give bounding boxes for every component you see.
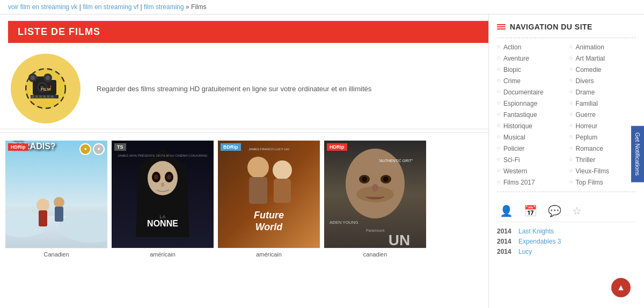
svg-rect-17 xyxy=(51,96,54,98)
nav-cat-scifi[interactable]: Sci-Fi xyxy=(497,155,564,165)
nav-cat-aventure[interactable]: Aventure xyxy=(497,54,564,63)
nav-cat-comedie[interactable]: Comedie xyxy=(569,65,636,75)
year-3: 2014 xyxy=(497,248,514,255)
nav-cat-documentaire[interactable]: Documentaire xyxy=(497,87,564,97)
nav-cat-biopic[interactable]: Biopic xyxy=(497,65,564,75)
recent-film-2: 2014 Expendables 3 xyxy=(497,238,636,245)
svg-point-54 xyxy=(372,184,378,192)
divider xyxy=(0,132,488,133)
svg-rect-43 xyxy=(274,179,291,203)
nav-cat-films2017[interactable]: Films 2017 xyxy=(497,178,564,187)
movie-label-future: américain xyxy=(218,248,320,259)
svg-text:ADEN YOUNG: ADEN YOUNG xyxy=(330,220,358,225)
svg-text:"AUTHENTIC GRIT": "AUTHENTIC GRIT" xyxy=(378,159,413,163)
svg-text:FILM: FILM xyxy=(41,87,51,92)
nav-cat-drame[interactable]: Drame xyxy=(569,87,636,97)
svg-rect-25 xyxy=(39,210,47,226)
svg-rect-6 xyxy=(36,77,45,81)
nav-cat-topfilms[interactable]: Top Films xyxy=(569,178,636,187)
nav-cat-guerre[interactable]: Guerre xyxy=(569,110,636,120)
badge-hdrip-2: HDRip xyxy=(327,143,347,151)
svg-text:World: World xyxy=(255,222,283,232)
nav-cat-espionnage[interactable]: Espionnage xyxy=(497,99,564,108)
movie-poster-paradis: HDRip xyxy=(5,141,107,248)
user-profile-icon[interactable]: 👤 xyxy=(500,204,513,217)
breadcrumb-link-2[interactable]: film en streaming vf xyxy=(83,3,138,11)
svg-point-52 xyxy=(383,177,389,182)
movie-poster-future: BDRip xyxy=(218,141,320,248)
content-area: LISTE DE FILMS xyxy=(0,14,488,308)
nav-cat-familial[interactable]: Familial xyxy=(569,99,636,108)
svg-point-34 xyxy=(161,182,164,187)
recent-films: 2014 Last Knights 2014 Expendables 3 201… xyxy=(497,228,636,255)
nav-cat-policier[interactable]: Policier xyxy=(497,144,564,153)
movie-poster-nonne: TS xyxy=(112,141,214,248)
comment-icon[interactable]: 💬 xyxy=(548,204,561,217)
awards-badges: ★ ★ xyxy=(79,143,105,155)
hero-description: Regarder des films streaming HD gratuite… xyxy=(97,85,478,93)
nav-categories: Action Animation Aventure Art Martial Bi… xyxy=(497,38,636,192)
badge-ts-1: TS xyxy=(114,143,126,151)
star-icon[interactable]: ☆ xyxy=(572,204,582,217)
nav-cat-romance[interactable]: Romance xyxy=(569,144,636,153)
nav-cat-historique[interactable]: Historique xyxy=(497,121,564,131)
scroll-top-icon: ▲ xyxy=(617,283,625,292)
svg-rect-15 xyxy=(43,96,46,98)
svg-text:Future: Future xyxy=(254,210,284,221)
svg-point-8 xyxy=(31,76,35,80)
page-title: LISTE DE FILMS xyxy=(8,21,488,43)
calendar-icon[interactable]: 📅 xyxy=(524,204,537,217)
svg-text:JAMES WAN PRÉSENTE UN FILM DU : JAMES WAN PRÉSENTE UN FILM DU CINÉMA CON… xyxy=(118,154,208,157)
breadcrumb: voir film en streaming vk | film en stre… xyxy=(0,0,644,14)
scroll-top-button[interactable]: ▲ xyxy=(611,278,631,297)
title-last-knights[interactable]: Last Knights xyxy=(518,228,554,235)
svg-text:NONNE: NONNE xyxy=(147,219,178,228)
notification-tab[interactable]: Get Notifications xyxy=(631,126,644,182)
nav-cat-vieuxfilms[interactable]: Vieux-Films xyxy=(569,166,636,176)
user-icons-row: 👤 📅 💬 ☆ xyxy=(497,200,636,222)
movie-card-nonne[interactable]: TS xyxy=(112,141,214,308)
film-logo: FILM ! xyxy=(11,54,80,123)
movie-label-paradis: Canadien xyxy=(5,248,107,259)
svg-point-33 xyxy=(167,174,171,180)
svg-text:Paramount: Paramount xyxy=(366,229,384,232)
badge-bdrip-1: BDRip xyxy=(221,143,241,151)
movie-card-future[interactable]: BDRip xyxy=(218,141,320,308)
svg-rect-16 xyxy=(47,96,49,98)
sidebar-nav-title: NAVIGATION DU SITE xyxy=(497,23,636,31)
breadcrumb-link-3[interactable]: film streaming xyxy=(144,3,184,11)
movies-section: HDRip xyxy=(0,135,488,308)
svg-point-40 xyxy=(247,157,269,178)
nav-cat-thriller[interactable]: Thriller xyxy=(569,155,636,165)
svg-text:!: ! xyxy=(50,84,52,91)
nav-cat-horreur[interactable]: Horreur xyxy=(569,121,636,131)
svg-rect-27 xyxy=(55,207,63,222)
nav-cat-divers[interactable]: Divers xyxy=(569,76,636,86)
movie-label-nonne: américain xyxy=(112,248,214,259)
year-2: 2014 xyxy=(497,238,514,245)
svg-rect-41 xyxy=(249,177,267,204)
title-expendables[interactable]: Expendables 3 xyxy=(518,238,561,245)
movie-card-unknown[interactable]: HDRip xyxy=(324,141,426,308)
movie-card-paradis[interactable]: HDRip xyxy=(5,141,107,308)
nav-cat-action[interactable]: Action xyxy=(497,42,564,52)
hero-section: FILM ! Regarder des films streaming HD g… xyxy=(0,48,488,129)
breadcrumb-link-1[interactable]: voir film en streaming vk xyxy=(8,3,77,11)
nav-cat-musical[interactable]: Musical xyxy=(497,133,564,142)
svg-text:JAMES FRANCO   LUCY LIU: JAMES FRANCO LUCY LIU xyxy=(248,148,289,151)
svg-point-24 xyxy=(36,199,49,211)
badge-hdrip-1: HDRip xyxy=(8,143,28,151)
svg-rect-14 xyxy=(39,96,42,98)
svg-rect-13 xyxy=(35,96,38,98)
nav-cat-animation[interactable]: Animation xyxy=(569,42,636,52)
nav-cat-crime[interactable]: Crime xyxy=(497,76,564,86)
svg-text:UN: UN xyxy=(389,232,410,248)
title-lucy[interactable]: Lucy xyxy=(518,248,532,255)
recent-film-1: 2014 Last Knights xyxy=(497,228,636,235)
nav-cat-peplum[interactable]: Peplum xyxy=(569,133,636,142)
nav-cat-fantastique[interactable]: Fantastique xyxy=(497,110,564,120)
svg-point-51 xyxy=(362,177,367,182)
nav-cat-artmartial[interactable]: Art Martial xyxy=(569,54,636,63)
sidebar: NAVIGATION DU SITE Action Animation Aven… xyxy=(488,14,644,308)
nav-cat-western[interactable]: Western xyxy=(497,166,564,176)
